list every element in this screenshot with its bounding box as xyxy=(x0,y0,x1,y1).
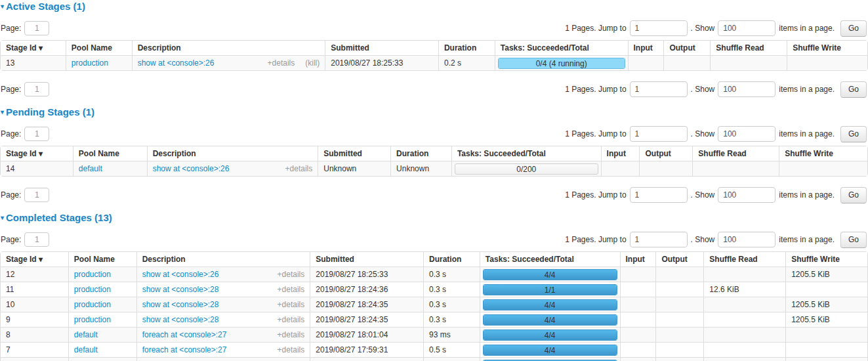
page-label: Page: xyxy=(1,85,21,94)
show-items-input[interactable] xyxy=(718,20,775,36)
column-header-shuffle-read[interactable]: Shuffle Read xyxy=(692,146,779,161)
column-header-submitted[interactable]: Submitted xyxy=(325,41,438,55)
jump-to-page-input[interactable] xyxy=(630,81,688,97)
column-header-shuffle-read[interactable]: Shuffle Read xyxy=(710,41,787,55)
stage-description-link[interactable]: show at <console>:26 xyxy=(142,270,219,279)
pool-name-link[interactable]: default xyxy=(74,345,98,354)
progress-label: 4/4 xyxy=(484,330,617,341)
jump-to-page-input[interactable] xyxy=(630,187,688,203)
pagination-left: Page: xyxy=(1,21,49,35)
column-header-tasks[interactable]: Tasks: Succeeded/Total xyxy=(451,146,601,161)
cell-shuffle-write xyxy=(787,55,867,70)
pool-name-link[interactable]: production xyxy=(74,315,111,324)
stage-description-link[interactable]: show at <console>:28 xyxy=(142,285,219,294)
details-toggle-link[interactable]: +details xyxy=(278,345,305,354)
column-header-description[interactable]: Description xyxy=(147,146,318,161)
cell-input xyxy=(620,297,656,312)
column-header-tasks[interactable]: Tasks: Succeeded/Total xyxy=(495,41,628,55)
cell-duration: 0.3 s xyxy=(423,312,480,327)
column-header-shuffle-read[interactable]: Shuffle Read xyxy=(703,252,785,266)
column-header-tasks[interactable]: Tasks: Succeeded/Total xyxy=(480,252,620,266)
column-header-stage-id[interactable]: Stage Id ▾ xyxy=(1,252,68,266)
completed-stages-toggle-link[interactable]: Completed Stages (13) xyxy=(6,212,112,223)
column-header-output[interactable]: Output xyxy=(655,252,703,266)
column-header-stage-id[interactable]: Stage Id ▾ xyxy=(1,41,66,55)
column-header-output[interactable]: Output xyxy=(639,146,692,161)
column-header-duration[interactable]: Duration xyxy=(390,146,451,161)
column-header-input[interactable]: Input xyxy=(628,41,664,55)
stage-description-link[interactable]: show at <console>:26 xyxy=(153,164,230,173)
page-number-input[interactable] xyxy=(24,232,49,247)
cell-tasks-progress: 4/4 xyxy=(480,312,620,327)
column-header-shuffle-write[interactable]: Shuffle Write xyxy=(779,146,867,161)
active-stages-toggle-link[interactable]: Active Stages (1) xyxy=(6,1,85,12)
column-header-pool[interactable]: Pool Name xyxy=(66,41,132,55)
column-header-pool[interactable]: Pool Name xyxy=(73,146,147,161)
pool-name-link[interactable]: default xyxy=(79,164,102,173)
column-header-pool[interactable]: Pool Name xyxy=(68,252,136,266)
column-header-shuffle-write[interactable]: Shuffle Write xyxy=(785,252,867,266)
cell-stage-id: 8 xyxy=(1,327,68,342)
jump-to-page-input[interactable] xyxy=(630,232,688,247)
column-header-input[interactable]: Input xyxy=(601,146,640,161)
column-header-description[interactable]: Description xyxy=(136,252,310,266)
column-header-output[interactable]: Output xyxy=(663,41,710,55)
pool-name-link[interactable]: production xyxy=(72,58,108,68)
show-items-input[interactable] xyxy=(718,81,775,97)
cell-duration: 0.3 s xyxy=(423,266,480,282)
show-items-input[interactable] xyxy=(718,232,775,247)
cell-input xyxy=(620,327,656,342)
cell-duration: 64 ms xyxy=(423,357,480,361)
tasks-progress-bar: 0/200 xyxy=(455,163,598,175)
pool-name-link[interactable]: production xyxy=(74,270,111,279)
column-header-stage-id[interactable]: Stage Id ▾ xyxy=(1,146,73,161)
details-toggle-link[interactable]: +details xyxy=(285,164,313,173)
pool-name-link[interactable]: production xyxy=(74,285,111,294)
go-button[interactable]: Go xyxy=(840,81,867,98)
jump-to-page-input[interactable] xyxy=(630,20,688,36)
pool-name-link[interactable]: default xyxy=(74,330,98,339)
column-header-description[interactable]: Description xyxy=(132,41,325,55)
details-toggle-link[interactable]: +details xyxy=(278,285,305,294)
kill-stage-link[interactable]: (kill) xyxy=(305,58,320,68)
page-number-input[interactable] xyxy=(24,82,49,96)
show-items-input[interactable] xyxy=(718,187,775,203)
column-header-duration[interactable]: Duration xyxy=(423,252,480,266)
column-header-submitted[interactable]: Submitted xyxy=(318,146,390,161)
cell-stage-id: 10 xyxy=(1,297,68,312)
go-button[interactable]: Go xyxy=(840,187,867,203)
column-header-input[interactable]: Input xyxy=(620,252,656,266)
table-body: 14defaultshow at <console>:26+detailsUnk… xyxy=(1,161,867,176)
column-header-submitted[interactable]: Submitted xyxy=(310,252,423,266)
show-items-input[interactable] xyxy=(718,126,775,142)
stage-description-link[interactable]: show at <console>:28 xyxy=(142,300,219,309)
go-button[interactable]: Go xyxy=(840,126,867,142)
description-wrap: show at <console>:26+details xyxy=(153,164,313,173)
page-number-input[interactable] xyxy=(24,127,49,141)
table-header: Stage Id ▾Pool NameDescriptionSubmittedD… xyxy=(1,41,867,55)
progress-label: 4/4 xyxy=(484,270,617,280)
tasks-progress-bar: 0/4 (4 running) xyxy=(498,58,625,69)
go-button[interactable]: Go xyxy=(840,232,867,248)
stage-description-link[interactable]: foreach at <console>:27 xyxy=(142,330,227,339)
details-toggle-link[interactable]: +details xyxy=(268,58,295,68)
go-button[interactable]: Go xyxy=(840,20,867,37)
details-toggle-link[interactable]: +details xyxy=(278,300,305,309)
details-toggle-link[interactable]: +details xyxy=(278,330,305,339)
page-number-input[interactable] xyxy=(24,188,49,202)
column-header-duration[interactable]: Duration xyxy=(438,41,495,55)
tasks-progress-bar: 4/4 xyxy=(483,329,617,341)
column-header-shuffle-write[interactable]: Shuffle Write xyxy=(787,41,867,55)
details-toggle-link[interactable]: +details xyxy=(278,315,305,324)
stage-description-link[interactable]: show at <console>:26 xyxy=(138,58,215,68)
section-title-active: ▾Active Stages (1) xyxy=(1,1,868,12)
stage-description-link[interactable]: foreach at <console>:27 xyxy=(142,345,227,354)
stage-row: 7defaultforeach at <console>:27+details2… xyxy=(1,342,867,357)
stage-description-link[interactable]: show at <console>:28 xyxy=(142,315,219,324)
details-toggle-link[interactable]: +details xyxy=(278,270,305,279)
collapse-arrow-icon: ▾ xyxy=(1,108,4,116)
jump-to-page-input[interactable] xyxy=(630,126,688,142)
page-number-input[interactable] xyxy=(24,21,49,35)
pool-name-link[interactable]: production xyxy=(74,300,111,309)
pending-stages-toggle-link[interactable]: Pending Stages (1) xyxy=(6,106,94,117)
